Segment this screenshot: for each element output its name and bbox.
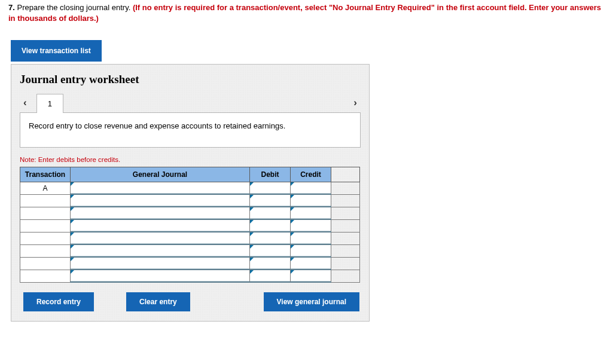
- debit-input[interactable]: [250, 232, 291, 244]
- account-dropdown[interactable]: [71, 194, 250, 207]
- transaction-cell: [20, 244, 71, 257]
- prev-arrow-icon[interactable]: ‹: [20, 97, 31, 109]
- extra-cell: [331, 219, 360, 232]
- account-dropdown[interactable]: [71, 219, 250, 232]
- view-general-journal-button[interactable]: View general journal: [264, 292, 359, 311]
- record-entry-button[interactable]: Record entry: [23, 292, 94, 311]
- transaction-cell: [20, 194, 71, 207]
- transaction-cell: [20, 219, 71, 232]
- debit-input[interactable]: [250, 257, 291, 270]
- instruction-box: Record entry to close revenue and expens…: [20, 112, 361, 148]
- debit-input[interactable]: [250, 244, 291, 257]
- credit-input[interactable]: [291, 182, 331, 195]
- account-dropdown[interactable]: [71, 232, 250, 244]
- extra-cell: [331, 232, 360, 244]
- col-debit: Debit: [250, 167, 291, 182]
- instruction-text: Record entry to close revenue and expens…: [29, 121, 285, 130]
- transaction-cell: [20, 270, 71, 282]
- journal-entry-worksheet: Journal entry worksheet ‹ 1 › Record ent…: [11, 64, 370, 322]
- extra-cell: [331, 194, 360, 207]
- question-number: 7.: [8, 3, 15, 12]
- account-dropdown[interactable]: [71, 207, 250, 219]
- account-dropdown[interactable]: [71, 244, 250, 257]
- credit-input[interactable]: [291, 194, 331, 207]
- transaction-cell: [20, 232, 71, 244]
- question-prompt: 7. Prepare the closing journal entry. (I…: [0, 2, 616, 35]
- transaction-cell: [20, 257, 71, 270]
- clear-entry-button[interactable]: Clear entry: [126, 292, 190, 311]
- question-text: Prepare the closing journal entry.: [17, 3, 130, 12]
- credit-input[interactable]: [291, 219, 331, 232]
- account-dropdown[interactable]: [71, 257, 250, 270]
- col-credit: Credit: [291, 167, 331, 182]
- credit-input[interactable]: [291, 207, 331, 219]
- transaction-cell: [20, 207, 71, 219]
- worksheet-title: Journal entry worksheet: [20, 73, 361, 86]
- transaction-cell: A: [20, 182, 71, 195]
- debit-input[interactable]: [250, 194, 291, 207]
- debit-input[interactable]: [250, 219, 291, 232]
- view-transaction-list-button[interactable]: View transaction list: [11, 40, 102, 62]
- tab-row: ‹ 1 ›: [20, 93, 361, 112]
- journal-grid: Transaction General Journal Debit Credit…: [20, 167, 360, 283]
- credit-input[interactable]: [291, 244, 331, 257]
- next-arrow-icon[interactable]: ›: [350, 97, 361, 109]
- credit-input[interactable]: [291, 257, 331, 270]
- extra-cell: [331, 270, 360, 282]
- credit-input[interactable]: [291, 232, 331, 244]
- debit-input[interactable]: [250, 270, 291, 282]
- tab-1[interactable]: 1: [36, 94, 63, 113]
- debit-input[interactable]: [250, 182, 291, 195]
- col-general-journal: General Journal: [71, 167, 250, 182]
- credit-input[interactable]: [291, 270, 331, 282]
- debit-input[interactable]: [250, 207, 291, 219]
- account-dropdown[interactable]: [71, 270, 250, 282]
- debits-before-credits-note: Note: Enter debits before credits.: [20, 156, 361, 163]
- extra-cell: [331, 257, 360, 270]
- col-transaction: Transaction: [20, 167, 71, 182]
- col-extra: [331, 167, 360, 182]
- extra-cell: [331, 207, 360, 219]
- account-dropdown[interactable]: [71, 182, 250, 195]
- extra-cell: [331, 244, 360, 257]
- extra-cell: [331, 182, 360, 195]
